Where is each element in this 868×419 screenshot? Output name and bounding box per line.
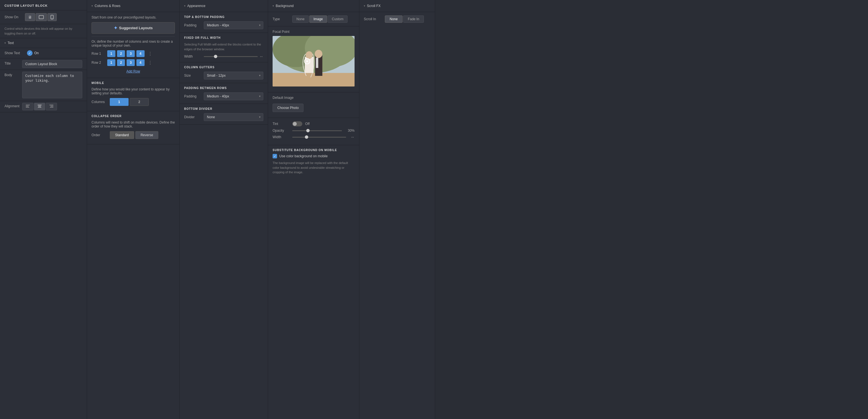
padding-rows-section: PADDING BETWEEN ROWS Padding Medium - 40…: [180, 83, 268, 104]
scroll-fade-btn[interactable]: Fade In: [403, 16, 424, 23]
mobile-col2-btn[interactable]: 2: [130, 98, 149, 106]
text-section-label: Text: [7, 41, 14, 45]
columns-arrow: ▾: [92, 4, 93, 7]
type-custom-btn[interactable]: Custom: [328, 16, 347, 23]
divider-section: BOTTOM DIVIDER Divider None: [180, 104, 268, 125]
appearance-arrow: ▾: [184, 4, 186, 7]
row2-more-btn[interactable]: ⋮: [146, 60, 154, 66]
row1-col4-btn[interactable]: 4: [136, 50, 145, 57]
show-text-toggle[interactable]: ✓ On: [27, 50, 39, 56]
row1-col3-btn[interactable]: 3: [127, 50, 135, 57]
row2-col2-btn[interactable]: 2: [117, 59, 125, 66]
tint-section: Tint Off Opacity 30% Width ↔: [268, 118, 359, 145]
row2-label: Row 2: [92, 61, 105, 65]
substitute-checkbox[interactable]: ✓: [273, 154, 277, 158]
reverse-order-btn[interactable]: Reverse: [135, 131, 159, 139]
add-row-btn[interactable]: Add Row: [92, 68, 175, 74]
svg-rect-16: [273, 73, 354, 87]
control-info: Control which devices this block will ap…: [0, 24, 87, 38]
width-expand-icon: ↔: [259, 54, 263, 59]
intro-text: Start from one of our preconfigured layo…: [92, 16, 175, 19]
choose-photo-btn[interactable]: Choose Photo: [273, 103, 304, 112]
row2-col1-btn[interactable]: 1: [107, 59, 115, 66]
standard-order-btn[interactable]: Standard: [110, 131, 134, 139]
type-image-btn[interactable]: Image: [309, 16, 327, 23]
padding-rows-select-wrapper: Medium - 40px: [204, 92, 263, 100]
svg-point-21: [306, 51, 313, 59]
tint-toggle[interactable]: [292, 121, 302, 126]
align-left-btn[interactable]: [22, 103, 33, 110]
width-slider[interactable]: [204, 56, 258, 57]
columns-rows-collapse[interactable]: ▾ Columns & Rows: [87, 0, 179, 12]
focal-point-indicator[interactable]: [304, 58, 310, 64]
mobile-device-btn[interactable]: [48, 13, 57, 21]
scroll-none-btn[interactable]: None: [385, 16, 403, 23]
opacity-slider[interactable]: [292, 130, 342, 131]
svg-point-2: [52, 18, 53, 19]
desktop-device-btn[interactable]: 🖥: [25, 13, 35, 21]
scroll-fx-collapse[interactable]: ▾ Scroll FX: [359, 0, 435, 12]
divider-select[interactable]: None: [204, 113, 263, 121]
mobile-section: MOBILE Define how you would like your co…: [87, 78, 179, 111]
focal-point-image[interactable]: [273, 36, 354, 87]
substitute-title: SUBSTITUTE BACKGROUND ON MOBILE: [273, 149, 354, 152]
row2-group: Row 2 1 2 3 4 ⋮: [92, 59, 175, 66]
type-row: Type None Image Custom: [273, 16, 354, 23]
panel1-header: CUSTOM LAYOUT BLOCK: [0, 0, 87, 10]
align-center-btn[interactable]: [34, 103, 45, 110]
suggested-section: Start from one of our preconfigured layo…: [87, 12, 179, 78]
mobile-columns-row: Columns 1 2: [92, 98, 175, 106]
gutters-section: COLUMN GUTTERS Size Small - 12px: [180, 62, 268, 83]
text-arrow: ▾: [4, 41, 6, 44]
mobile-columns-group: 1 2: [110, 98, 149, 106]
suggested-layouts-btn[interactable]: ✦ Suggested Layouts: [92, 22, 175, 34]
focal-point-section: Focal Point: [268, 26, 359, 92]
svg-rect-19: [316, 58, 318, 68]
row2-col3-btn[interactable]: 3: [127, 59, 135, 66]
background-collapse[interactable]: ▾ Background: [268, 0, 359, 12]
appearance-collapse[interactable]: ▾ Appearence: [180, 0, 268, 12]
row1-col1-btn[interactable]: 1: [107, 50, 115, 57]
row2-col4-btn[interactable]: 4: [136, 59, 145, 66]
scroll-btn-group: None Fade In: [385, 16, 424, 23]
type-none-btn[interactable]: None: [292, 16, 309, 23]
panel-columns-rows: ▾ Columns & Rows Start from one of our p…: [87, 0, 180, 419]
suggested-btn-label: Suggested Layouts: [119, 26, 153, 30]
scroll-in-label: Scroll In: [364, 17, 382, 21]
mobile-col1-btn[interactable]: 1: [110, 98, 129, 106]
focal-point-label: Focal Point: [273, 30, 354, 34]
opacity-value: 30%: [345, 129, 354, 132]
text-section-collapse[interactable]: ▾ Text: [0, 38, 87, 48]
mobile-desc: Define how you would like your content t…: [92, 87, 175, 95]
padding-label: Padding: [184, 23, 201, 27]
width-select-row: Width ↔: [184, 54, 263, 59]
body-textarea[interactable]: Customize each column to your liking.: [22, 71, 82, 98]
scroll-in-section: Scroll In None Fade In: [359, 12, 435, 26]
collapse-order-section: COLLAPSE ORDER Columns will need to shif…: [87, 111, 179, 144]
row1-col2-btn[interactable]: 2: [117, 50, 125, 57]
type-btn-group: None Image Custom: [292, 16, 347, 23]
divider-label: Divider: [184, 115, 201, 119]
title-input[interactable]: [22, 60, 82, 68]
row1-more-btn[interactable]: ⋮: [146, 51, 154, 57]
row1-label: Row 1: [92, 52, 105, 56]
title-content: [22, 60, 82, 68]
row1-group: Row 1 1 2 3 4 ⋮: [92, 50, 175, 57]
padding-rows-select[interactable]: Medium - 40px: [204, 92, 263, 100]
alignment-row: Alignment: [0, 101, 87, 112]
body-row: Body Customize each column to your likin…: [0, 70, 87, 101]
show-on-row: Show On 🖥: [0, 10, 87, 24]
padding-rows-select-row: Padding Medium - 40px: [184, 92, 263, 100]
type-label: Type: [273, 17, 289, 21]
device-toggle-group: 🖥: [25, 13, 57, 21]
collapse-order-desc: Columns will need to shift on mobile dev…: [92, 120, 175, 128]
size-select[interactable]: Small - 12px: [204, 71, 263, 80]
divider-select-row: Divider None: [184, 113, 263, 121]
tint-label: Tint: [273, 122, 289, 126]
align-right-btn[interactable]: [46, 103, 57, 110]
tablet-device-btn[interactable]: [36, 13, 47, 21]
size-select-wrapper: Small - 12px: [204, 71, 263, 80]
bg-width-slider[interactable]: [292, 137, 346, 138]
show-text-label: Show Text: [4, 51, 24, 55]
padding-select[interactable]: Medium - 40px: [204, 21, 263, 29]
